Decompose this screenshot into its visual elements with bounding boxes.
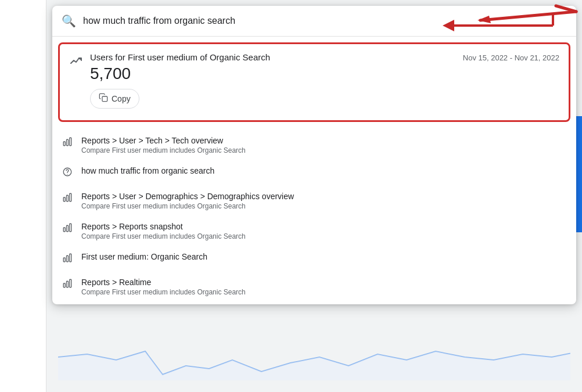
chart-bar-icon-3: [62, 192, 73, 206]
result-item-first-user-medium[interactable]: First user medium: Organic Search: [52, 246, 576, 272]
trending-icon: [69, 53, 83, 71]
svg-rect-20: [67, 281, 69, 287]
chart-bar-icon-1: [62, 136, 73, 150]
result-item-5-title: First user medium: Organic Search: [81, 252, 567, 261]
result-item-realtime[interactable]: Reports > Realtime Compare First user me…: [52, 272, 576, 302]
copy-button-label: Copy: [112, 94, 131, 103]
result-item-1-subtitle: Compare First user medium includes Organ…: [81, 146, 567, 154]
svg-point-9: [67, 174, 67, 175]
copy-button[interactable]: Copy: [90, 89, 139, 109]
result-item-3-subtitle: Compare First user medium includes Organ…: [81, 202, 567, 210]
chart-bar-icon-4: [62, 222, 73, 236]
result-item-2-title: how much traffic from organic search: [81, 166, 567, 175]
result-item-4-title: Reports > Reports snapshot: [81, 222, 567, 231]
svg-rect-19: [63, 283, 65, 287]
result-item-demographics[interactable]: Reports > User > Demographics > Demograp…: [52, 186, 576, 216]
result-item-5-content: First user medium: Organic Search: [81, 252, 567, 262]
svg-rect-7: [70, 138, 71, 146]
result-item-4-content: Reports > Reports snapshot Compare First…: [81, 222, 567, 240]
bg-chart-svg: [58, 311, 570, 380]
result-item-3-content: Reports > User > Demographics > Demograp…: [81, 192, 567, 210]
svg-rect-13: [63, 228, 65, 232]
search-dropdown: 🔍 how much traffic from organic search U: [52, 6, 576, 304]
copy-icon: [99, 93, 108, 105]
result-item-tech-overview[interactable]: Reports > User > Tech > Tech overview Co…: [52, 130, 576, 160]
result-item-2-content: how much traffic from organic search: [81, 166, 567, 177]
top-result-card[interactable]: Users for First user medium of Organic S…: [58, 42, 570, 122]
result-item-6-subtitle: Compare First user medium includes Organ…: [81, 288, 567, 296]
svg-rect-4: [102, 96, 107, 102]
result-item-6-content: Reports > Realtime Compare First user me…: [81, 278, 567, 296]
svg-rect-6: [67, 139, 69, 146]
svg-rect-21: [70, 279, 71, 287]
result-item-1-title: Reports > User > Tech > Tech overview: [81, 136, 567, 145]
sidebar: [0, 0, 46, 392]
svg-rect-10: [63, 197, 65, 202]
search-icon: 🔍: [62, 14, 76, 28]
date-range: Nov 15, 2022 - Nov 21, 2022: [463, 53, 559, 62]
svg-rect-16: [63, 258, 65, 262]
result-item-4-subtitle: Compare First user medium includes Organ…: [81, 232, 567, 240]
result-item-reports-snapshot[interactable]: Reports > Reports snapshot Compare First…: [52, 216, 576, 246]
red-arrow-annotation: [437, 14, 565, 45]
chart-bar-icon-5: [62, 253, 73, 266]
svg-rect-12: [70, 193, 71, 202]
svg-marker-0: [58, 351, 570, 380]
svg-rect-5: [63, 142, 65, 146]
svg-rect-17: [67, 256, 69, 262]
result-list: Reports > User > Tech > Tech overview Co…: [52, 128, 576, 304]
result-item-question[interactable]: how much traffic from organic search: [52, 160, 576, 186]
top-result-value: 5,700: [90, 64, 559, 83]
svg-rect-15: [70, 224, 71, 232]
svg-rect-18: [70, 254, 71, 262]
result-item-1-content: Reports > User > Tech > Tech overview Co…: [81, 136, 567, 154]
chart-bar-icon-6: [62, 278, 73, 292]
svg-rect-14: [67, 225, 69, 232]
svg-marker-2: [443, 20, 454, 31]
result-item-3-title: Reports > User > Demographics > Demograp…: [81, 192, 567, 201]
question-circle-icon: [62, 167, 73, 180]
svg-rect-11: [67, 195, 69, 202]
bg-chart: [58, 311, 570, 380]
result-item-6-title: Reports > Realtime: [81, 278, 567, 287]
